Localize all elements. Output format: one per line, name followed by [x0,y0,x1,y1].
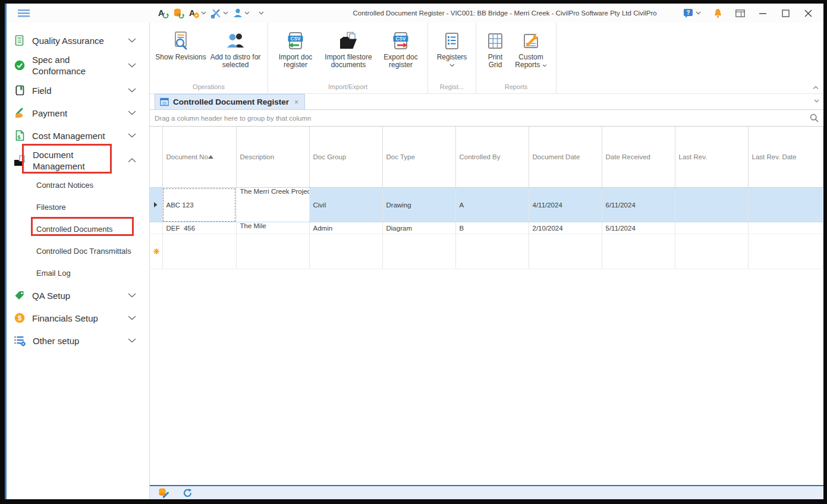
custom-reports-button[interactable]: Custom Reports [511,31,551,69]
minimize-button[interactable] [757,7,769,19]
column-header-doc-type[interactable]: Doc Type [382,127,455,188]
row-indicator[interactable] [150,222,162,234]
sidebar-subitem-contract-notices[interactable]: Contract Notices [7,174,149,196]
qat-more-commands-icon[interactable] [259,11,264,15]
row-selected-indicator-icon[interactable] [150,188,162,222]
grid-cell[interactable] [675,222,748,234]
help-button[interactable]: ? [683,8,701,18]
hamburger-menu-icon[interactable] [18,9,30,17]
grid-cell[interactable]: 5/11/2024 [602,222,675,234]
grid-cell[interactable]: Admin [309,222,382,234]
chevron-down-icon[interactable] [128,293,136,298]
grid-cell[interactable]: A [455,188,529,222]
custom-reports-icon [521,31,541,51]
import-filestore-documents-button[interactable]: Import filestore documents [319,31,378,69]
qat-database-refresh-icon[interactable] [173,8,184,19]
sidebar-item-other-setup[interactable]: Other setup [7,329,149,352]
grid-cell[interactable]: 6/11/2024 [602,188,675,222]
column-header-controlled-by[interactable]: Controlled By [455,127,529,188]
grid-cell[interactable]: DEF 456 [162,222,236,234]
sidebar-item-field[interactable]: Field [7,79,149,102]
grid-cell[interactable] [748,188,823,222]
table-row[interactable]: DEF 456 The Mile Admin Diagram B 2/10/20… [150,222,823,234]
column-header-description[interactable]: Description [236,127,309,188]
grid-cell[interactable] [382,234,455,269]
chevron-down-icon[interactable] [244,11,250,15]
grid-cell[interactable] [675,188,748,222]
sidebar-item-cost-management[interactable]: $ Cost Management [7,124,149,147]
sidebar-subitem-controlled-doc-transmittals[interactable]: Controlled Doc Transmittals [7,240,149,262]
registers-button[interactable]: Registers [433,31,471,67]
print-grid-button[interactable]: Print Grid [481,31,510,69]
tab-controlled-document-register[interactable]: Controlled Document Register × [155,94,305,109]
import-doc-register-button[interactable]: CSV Import doc register [273,31,318,69]
grid-cell[interactable] [455,234,529,269]
sidebar-subitem-filestore[interactable]: Filestore [7,196,149,218]
chevron-down-icon[interactable] [223,11,228,15]
sidebar-item-quality-assurance[interactable]: Quality Assurance [7,29,149,52]
edit-data-icon[interactable] [158,487,169,498]
chevron-down-icon[interactable] [128,133,136,138]
grid-cell[interactable]: Civil [309,188,382,222]
group-by-panel[interactable]: Drag a column header here to group by th… [150,110,823,127]
sidebar-item-spec-and-conformance[interactable]: Spec and Conformance [7,52,149,79]
table-row[interactable]: ABC 123 The Merri Creek Project Civil Dr… [150,188,823,222]
grid-cell[interactable] [529,234,602,269]
quick-access-toolbar: A A [150,8,264,19]
qat-user-icon[interactable] [232,8,243,18]
grid-cell[interactable]: ABC 123 [162,188,236,222]
maximize-button[interactable] [779,7,791,19]
sidebar-subitem-email-log[interactable]: Email Log [7,262,149,284]
grid-cell[interactable]: Diagram [382,222,455,234]
grid-cell[interactable]: 4/11/2024 [529,188,602,222]
add-to-distro-button[interactable]: Add to distro for selected [208,31,263,69]
tab-list-dropdown-icon[interactable] [814,99,819,103]
show-revisions-button[interactable]: Show Revisions [155,31,207,61]
grid-cell[interactable]: Drawing [382,188,455,222]
chevron-down-icon[interactable] [128,88,136,93]
sidebar-item-document-management[interactable]: Document Management [7,147,149,174]
grid-cell[interactable] [162,234,236,269]
qat-user-group [232,8,250,18]
chevron-down-icon[interactable] [201,11,206,15]
qat-refresh-icon[interactable]: A [158,8,169,19]
chevron-down-icon[interactable] [128,38,136,43]
refresh-icon[interactable] [183,488,193,498]
grid-cell[interactable]: The Merri Creek Project [236,188,309,222]
ribbon-collapse-icon[interactable] [813,86,819,90]
grid-cell[interactable] [236,234,309,269]
sidebar-item-payment[interactable]: Payment [7,102,149,124]
column-header-doc-group[interactable]: Doc Group [309,127,382,188]
column-header-last-rev[interactable]: Last Rev. [675,127,748,188]
export-doc-register-button[interactable]: CSV Export doc register [379,31,423,69]
chevron-up-icon[interactable] [128,158,136,163]
grid-cell[interactable] [675,234,748,269]
column-header-date-received[interactable]: Date Received [602,127,675,188]
column-header-document-date[interactable]: Document Date [529,127,602,188]
new-row[interactable] [150,234,823,269]
column-header-last-rev-date[interactable]: Last Rev. Date [748,127,823,188]
column-header-document-no[interactable]: Document No [162,127,236,188]
chevron-down-icon[interactable] [128,111,136,115]
dock-panel-icon[interactable] [734,7,746,19]
grid-cell[interactable]: B [455,222,529,234]
notifications-bell-icon[interactable] [712,7,724,19]
chevron-down-icon[interactable] [128,316,136,320]
grid-cell[interactable]: 2/10/2024 [529,222,602,234]
chevron-down-icon[interactable] [128,338,136,343]
sidebar-item-qa-setup[interactable]: QA Setup [7,284,149,307]
grid-cell[interactable] [602,234,675,269]
search-icon[interactable] [810,114,819,122]
grid-cell[interactable] [748,234,823,269]
tab-close-icon[interactable]: × [293,99,298,106]
qat-tools-icon[interactable] [210,8,222,19]
grid-cell[interactable] [309,234,382,269]
grid-cell[interactable] [748,222,823,234]
close-button[interactable] [802,7,814,19]
sidebar-subitem-controlled-documents[interactable]: Controlled Documents [7,218,149,240]
grid-header-row: Document No Description Doc Group Doc Ty… [150,127,823,188]
qat-a-gear-icon[interactable]: A [188,8,200,19]
grid-cell[interactable]: The Mile [236,222,309,234]
sidebar-item-financials-setup[interactable]: $ Financials Setup [7,307,149,329]
chevron-down-icon[interactable] [128,63,136,68]
